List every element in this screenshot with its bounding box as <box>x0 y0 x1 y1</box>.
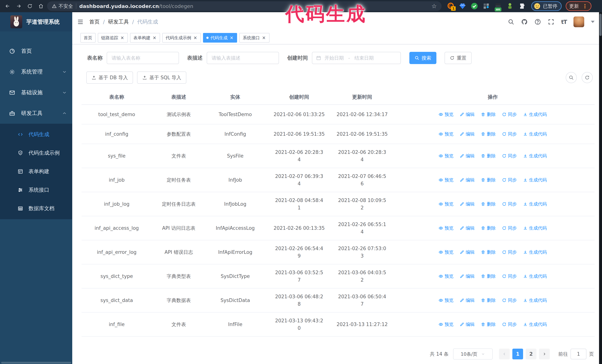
row-action-link[interactable]: 生成代码 <box>523 131 547 137</box>
row-action-link[interactable]: 生成代码 <box>523 322 547 327</box>
sidebar-submenu-item[interactable]: 表单构建 <box>0 162 72 181</box>
hamburger-icon[interactable] <box>77 19 84 25</box>
row-action-link[interactable]: 同步 <box>502 177 517 183</box>
tab[interactable]: 代码生成 × <box>203 33 237 42</box>
row-action-link[interactable]: 删除 <box>481 153 496 159</box>
sidebar-submenu-item[interactable]: 系统接口 <box>0 181 72 199</box>
sidebar-submenu-item[interactable]: 数据库文档 <box>0 199 72 218</box>
search-button[interactable]: 搜索 <box>409 52 436 64</box>
sidebar-submenu-item[interactable]: 代码生成 <box>0 125 72 144</box>
scrollbar-thumb[interactable] <box>599 14 602 36</box>
search-icon[interactable] <box>508 19 514 25</box>
ext-orange-icon[interactable]: 1 <box>447 2 455 10</box>
row-action-link[interactable]: 预览 <box>439 177 453 183</box>
row-action-link[interactable]: 同步 <box>502 131 517 137</box>
row-action-link[interactable]: 删除 <box>481 225 496 231</box>
row-action-link[interactable]: 删除 <box>481 131 496 137</box>
row-action-link[interactable]: 预览 <box>439 201 453 207</box>
row-action-link[interactable]: 删除 <box>481 322 496 327</box>
row-action-link[interactable]: 生成代码 <box>523 112 547 117</box>
row-action-link[interactable]: 生成代码 <box>523 201 547 207</box>
table-name-input[interactable] <box>107 52 179 64</box>
row-action-link[interactable]: 编辑 <box>460 225 474 231</box>
page-size-select[interactable]: 10条/页 <box>453 348 493 360</box>
tab[interactable]: 代码生成示例 × <box>162 33 201 42</box>
horizontal-scrollbar[interactable] <box>1 362 71 364</box>
row-action-link[interactable]: 编辑 <box>460 297 474 303</box>
next-page-button[interactable] <box>539 349 550 359</box>
ext-grid-icon[interactable] <box>482 2 490 10</box>
row-action-link[interactable]: 生成代码 <box>523 297 547 303</box>
sidebar-menu-item[interactable]: 系统管理 <box>0 62 72 82</box>
row-action-link[interactable]: 生成代码 <box>523 177 547 183</box>
refresh-button[interactable] <box>582 72 593 83</box>
vertical-scrollbar[interactable] <box>599 12 602 364</box>
row-action-link[interactable]: 删除 <box>481 201 496 207</box>
browser-menu-icon[interactable]: ⋮ <box>582 3 588 10</box>
page-number-button[interactable]: 1 <box>512 349 523 359</box>
toggle-search-button[interactable] <box>566 72 577 83</box>
help-icon[interactable] <box>534 19 541 25</box>
home-icon[interactable] <box>36 1 46 11</box>
tab-close-icon[interactable]: × <box>152 35 157 40</box>
row-action-link[interactable]: 同步 <box>502 225 517 231</box>
tab[interactable]: 链路追踪 × <box>98 33 128 42</box>
row-action-link[interactable]: 同步 <box>502 153 517 159</box>
row-action-link[interactable]: 编辑 <box>460 177 474 183</box>
row-action-link[interactable]: 预览 <box>439 225 453 231</box>
tab[interactable]: 表单构建 × <box>130 33 160 42</box>
address-bar[interactable]: 不安全 dashboard.yudao.iocoder.cn/tool/code… <box>47 1 441 11</box>
breadcrumb-item[interactable]: 代码生成 <box>137 18 158 25</box>
ext-green-droid-icon[interactable] <box>506 2 514 10</box>
tab-close-icon[interactable]: × <box>120 35 124 40</box>
tab-close-icon[interactable]: × <box>229 35 234 40</box>
row-action-link[interactable]: 预览 <box>439 153 453 159</box>
row-action-link[interactable]: 同步 <box>502 249 517 255</box>
row-action-link[interactable]: 编辑 <box>460 273 474 279</box>
row-action-link[interactable]: 同步 <box>502 297 517 303</box>
row-action-link[interactable]: 预览 <box>439 297 453 303</box>
row-action-link[interactable]: 编辑 <box>460 131 474 137</box>
row-action-link[interactable]: 编辑 <box>460 112 474 117</box>
row-action-link[interactable]: 预览 <box>439 112 453 117</box>
row-action-link[interactable]: 同步 <box>502 322 517 327</box>
row-action-link[interactable]: 编辑 <box>460 201 474 207</box>
fullscreen-icon[interactable] <box>548 19 554 25</box>
ext-check-icon[interactable] <box>471 2 478 10</box>
table-desc-input[interactable] <box>207 52 279 64</box>
row-action-link[interactable]: 预览 <box>439 322 453 327</box>
breadcrumb-item[interactable]: 首页 <box>89 18 100 25</box>
sidebar-submenu-item[interactable]: 代码生成示例 <box>0 144 72 162</box>
row-action-link[interactable]: 同步 <box>502 112 517 117</box>
forward-icon[interactable] <box>14 1 24 11</box>
end-date-placeholder[interactable]: 结束日期 <box>354 55 374 61</box>
row-action-link[interactable]: 同步 <box>502 201 517 207</box>
reload-icon[interactable] <box>25 1 35 11</box>
row-action-link[interactable]: 编辑 <box>460 322 474 327</box>
page-number-button[interactable]: 2 <box>526 349 537 359</box>
goto-page-input[interactable] <box>570 349 586 359</box>
tab-close-icon[interactable]: × <box>193 35 197 40</box>
avatar[interactable] <box>573 16 584 27</box>
sidebar-menu-item[interactable]: 首页 <box>0 41 72 62</box>
prev-page-button[interactable] <box>499 349 510 359</box>
row-action-link[interactable]: 删除 <box>481 249 496 255</box>
row-action-link[interactable]: 生成代码 <box>523 153 547 159</box>
db-import-button[interactable]: 基于 DB 导入 <box>86 72 133 84</box>
row-action-link[interactable]: 删除 <box>481 273 496 279</box>
ext-dark-on-icon[interactable]: on <box>494 2 502 10</box>
row-action-link[interactable]: 删除 <box>481 177 496 183</box>
breadcrumb-item[interactable]: 研发工具 <box>108 18 129 25</box>
not-secure-warning[interactable]: 不安全 <box>52 3 73 10</box>
sidebar-menu-item[interactable]: 基础设施 <box>0 82 72 103</box>
sidebar-menu-item[interactable]: 研发工具 <box>0 103 72 124</box>
bookmark-star-icon[interactable]: ☆ <box>431 3 437 10</box>
back-icon[interactable] <box>3 1 13 11</box>
tab[interactable]: 系统接口 × <box>239 33 269 42</box>
row-action-link[interactable]: 预览 <box>439 273 453 279</box>
reset-button[interactable]: 重置 <box>445 52 472 64</box>
github-icon[interactable] <box>521 19 528 25</box>
user-dropdown-caret-icon[interactable] <box>591 21 595 23</box>
row-action-link[interactable]: 生成代码 <box>523 273 547 279</box>
sql-import-button[interactable]: 基于 SQL 导入 <box>137 72 186 84</box>
